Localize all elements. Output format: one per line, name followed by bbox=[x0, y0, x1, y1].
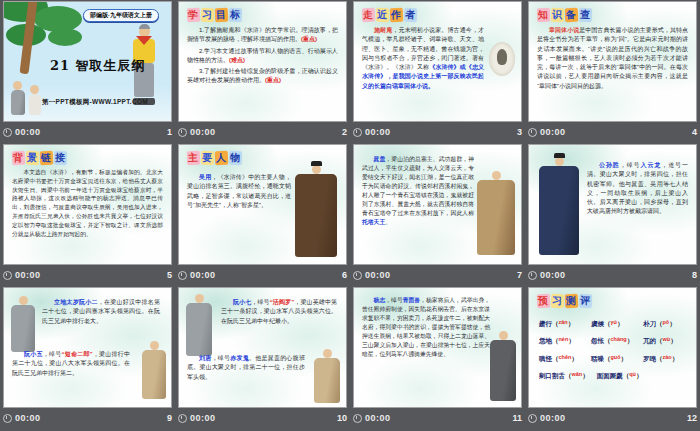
quiz-word: 虞候 bbox=[591, 320, 604, 327]
quiz-pinyin: nèn bbox=[552, 336, 575, 342]
character-name: 吴用 bbox=[199, 174, 211, 180]
slide-thumbnail-4[interactable]: 知识备查 章回体小说是中国古典长篇小说的主要形式，其特点是将全书分为若干章节，称… bbox=[529, 2, 696, 121]
thumb-caption: 00:00 2 bbox=[178, 124, 347, 140]
character-name: 公孙胜 bbox=[599, 162, 620, 168]
slide-number: 9 bbox=[167, 413, 172, 423]
quiz-pinyin: chēn bbox=[552, 354, 578, 360]
clock-icon bbox=[3, 128, 12, 137]
quiz-pinyin: guō bbox=[604, 354, 627, 360]
slide-number: 4 bbox=[692, 127, 697, 137]
objective-item: 2.学习本文通过故事情节和人物的语言、行动展示人物性格的方法。(难点) bbox=[187, 47, 338, 66]
thumb-caption: 00:00 7 bbox=[353, 267, 522, 283]
quiz-pinyin: zǎn bbox=[552, 319, 574, 325]
clock-icon bbox=[528, 414, 537, 423]
slide-cell-4: 知识备查 章回体小说是中国古典长篇小说的主要形式，其特点是将全书分为若干章节，称… bbox=[525, 2, 700, 145]
figure-head bbox=[13, 81, 22, 90]
alias-highlight: “活阎罗” bbox=[270, 299, 294, 305]
pinyin-row: 剜口割舌wān 面面厮觑qù bbox=[539, 370, 690, 381]
slide-thumbnail-6[interactable]: 主要人物 吴用，《水浒传》中的主要人物，梁山泊排名第三。满腹经纶，通晓文韬武略，… bbox=[179, 145, 346, 264]
slide-thumbnail-5[interactable]: 背景链接 本文选自《水浒》，有删节，标题是编者加的。北京大名府梁中书要把十万贯金… bbox=[4, 145, 171, 264]
character-bio: 阮小五，绰号“短命二郎”，梁山排行中第二十九位，梁山八大水军头领第四位。在阮氏三… bbox=[12, 350, 130, 378]
slide-title: 主要人物 bbox=[187, 151, 243, 165]
figure-head bbox=[323, 349, 332, 358]
figure-body bbox=[186, 303, 212, 356]
slide-thumbnail-11[interactable]: 杨志，绰号青面兽，杨家将后人，武举出身，曾任殿帅府制使，因失陷花石纲丢官。后在东… bbox=[354, 288, 521, 407]
pinyin-item: 趱行zǎn bbox=[539, 318, 591, 329]
thumb-caption: 00:00 12 bbox=[528, 410, 697, 426]
character-name: 刘唐 bbox=[199, 355, 212, 361]
thumb-caption: 00:00 9 bbox=[3, 410, 172, 426]
slide-thumbnail-7[interactable]: 晁盖，梁山泊的总寨主。武功超群，神武过人，平生仗义疏财，为人义薄云天，专爱结交天… bbox=[354, 145, 521, 264]
slide-thumbnail-3[interactable]: 走近作者 施耐庵，元末明初小说家。博古通今，才气横溢，举凡群经诸子、词章诗歌、天… bbox=[354, 2, 521, 121]
bio-text: 。 bbox=[385, 219, 391, 225]
ruanxiaowu-illustration bbox=[141, 341, 167, 399]
pinyin-item: 剜口割舌wān bbox=[539, 370, 589, 381]
slide-title: 走近作者 bbox=[362, 8, 418, 22]
quiz-pinyin: zào bbox=[656, 354, 678, 360]
slide-thumbnail-2[interactable]: 学习目标 1.了解施耐庵和《水浒》的文学常识。理清故事，把握情节发展的脉络，理解… bbox=[179, 2, 346, 121]
quiz-pinyin: chàng bbox=[604, 336, 633, 342]
clock-icon bbox=[528, 128, 537, 137]
slide-number: 8 bbox=[692, 270, 697, 280]
figure-body bbox=[142, 350, 166, 399]
yangzhi-illustration bbox=[489, 331, 517, 401]
ruanxiaoqi-illustration bbox=[184, 294, 214, 356]
pinyin-item: 嗔怪chēn bbox=[539, 353, 591, 364]
slide-number: 7 bbox=[517, 270, 522, 280]
figure-head bbox=[150, 341, 159, 350]
term-highlight: 章回体小说 bbox=[549, 27, 579, 33]
quiz-word: 朴刀 bbox=[643, 320, 656, 327]
alias-highlight: “短命二郎” bbox=[61, 351, 92, 357]
duration-label: 00:00 bbox=[15, 413, 41, 423]
clock-icon bbox=[178, 128, 187, 137]
slide-number: 6 bbox=[342, 270, 347, 280]
slide-thumbnail-12[interactable]: 预习测评 趱行zǎn 虞候yú 朴刀pō 恁地nèn 怨怅chàng 兀的wù … bbox=[529, 288, 696, 407]
figure-body bbox=[539, 166, 579, 255]
slide-number: 11 bbox=[512, 413, 522, 423]
quiz-word: 剜口割舌 bbox=[539, 372, 565, 379]
quiz-word: 恁地 bbox=[539, 337, 552, 344]
character-name: 立地太岁阮小二 bbox=[54, 299, 98, 305]
quiz-word: 怨怅 bbox=[591, 337, 604, 344]
clock-icon bbox=[3, 414, 12, 423]
figure-head bbox=[312, 165, 321, 174]
slide-number: 2 bbox=[342, 127, 347, 137]
thumb-caption: 00:00 10 bbox=[178, 410, 347, 426]
thumb-caption: 00:00 8 bbox=[528, 267, 697, 283]
duration-label: 00:00 bbox=[365, 127, 391, 137]
wuyong-illustration bbox=[294, 165, 338, 257]
alias-highlight: 赤发鬼 bbox=[230, 355, 249, 361]
slide-thumbnail-1[interactable]: 部编版·九年级语文上册 21 智取生辰纲 第一PPT模板网-WWW.1PPT.C… bbox=[4, 2, 171, 121]
ruanxiaoer-illustration bbox=[10, 296, 36, 352]
bio-text: ，绰号 bbox=[620, 162, 641, 168]
slide-title: 背景链接 bbox=[12, 151, 68, 165]
slide-cell-3: 走近作者 施耐庵，元末明初小说家。博古通今，才气横溢，举凡群经诸子、词章诗歌、天… bbox=[350, 2, 525, 145]
figure-head bbox=[499, 331, 508, 340]
tree-foliage bbox=[48, 28, 82, 46]
quiz-pinyin: wù bbox=[656, 336, 677, 342]
pinyin-row: 嗔怪chēn 聒噪guō 罗唣zào bbox=[539, 353, 690, 364]
objective-item: 3.了解封建社会错综复杂的阶级矛盾，正确认识起义英雄对社会发展的推动作用。(重点… bbox=[187, 67, 338, 86]
slide-thumbnail-10[interactable]: 阮小七，绰号“活阎罗”，梁山英雄中第三十一条好汉，梁山水军八员头领第六位。在阮氏… bbox=[179, 288, 346, 407]
figure-head bbox=[492, 171, 501, 180]
bio-text: ，绰号 bbox=[212, 355, 231, 361]
duration-label: 00:00 bbox=[540, 270, 566, 280]
bio-text: ，梁山泊的总寨主。武功超群，神武过人，平生仗义疏财，为人义薄云天，专爱结交天下好… bbox=[362, 156, 474, 216]
character-bio: 杨志，绰号青面兽，杨家将后人，武举出身，曾任殿帅府制使，因失陷花石纲丢官。后在东… bbox=[362, 296, 490, 359]
knowledge-text: 章回体小说是中国古典长篇小说的主要形式，其特点是将全书分为若干章节，称为“回”。… bbox=[537, 26, 688, 91]
duration-label: 00:00 bbox=[15, 127, 41, 137]
character-name: 杨志 bbox=[374, 297, 386, 303]
thumb-caption: 00:00 4 bbox=[528, 124, 697, 140]
liutang-illustration bbox=[312, 349, 342, 403]
slide-thumbnail-8[interactable]: 公孙胜，绰号入云龙，道号一清。梁山大聚义时，排第四位，担任机密军师。他与晁盖、吴… bbox=[529, 145, 696, 264]
slide-thumbnail-9[interactable]: 立地太岁阮小二，在梁山好汉中排名第二十七位，梁山四寨水军头领第四位。在阮氏三兄弟… bbox=[4, 288, 171, 407]
quiz-word: 嗔怪 bbox=[539, 355, 552, 362]
figure-body bbox=[477, 180, 515, 255]
character-bio: 吴用，《水浒传》中的主要人物，梁山泊排名第三。满腹经纶，通晓文韬武略，足智多谋，… bbox=[187, 173, 291, 210]
slide-number: 12 bbox=[687, 413, 697, 423]
chaogai-illustration bbox=[476, 171, 516, 255]
slide-title: 知识备查 bbox=[537, 8, 593, 22]
figure-body bbox=[11, 305, 35, 352]
clock-icon bbox=[178, 414, 187, 423]
bio-text: ，道号一清。梁山大聚义时，排第四位，担任机密军师。他与晁盖、吴用等七人结义，一同… bbox=[587, 162, 688, 214]
